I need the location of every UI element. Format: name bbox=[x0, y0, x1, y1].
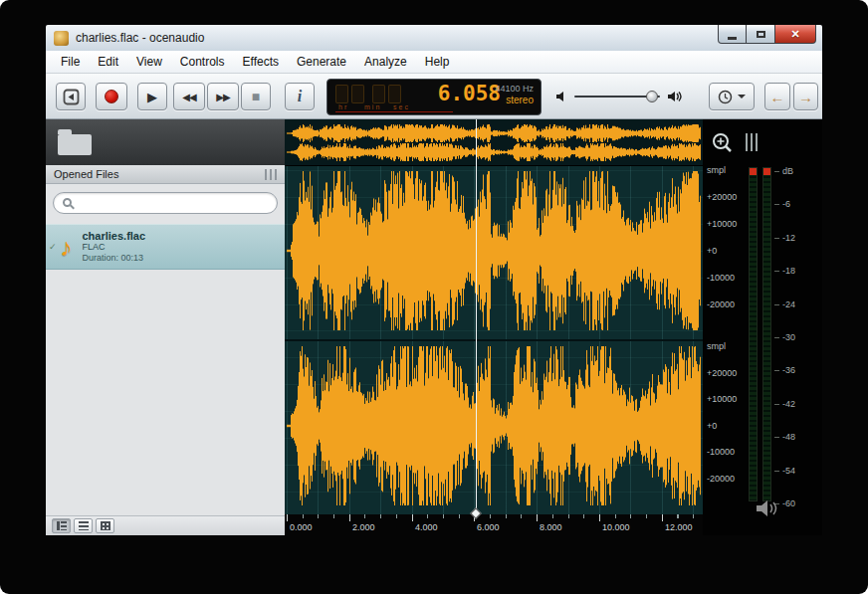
close-button[interactable]: ✕ bbox=[774, 25, 816, 44]
maximize-icon bbox=[757, 31, 765, 38]
file-list-item[interactable]: ✓ ♪ charlies.flac FLAC Duration: 00:13 bbox=[46, 224, 285, 270]
timeline-label: 4.000 bbox=[415, 522, 438, 532]
fast-forward-button[interactable]: ▶▶ bbox=[207, 83, 239, 110]
ghost-digit bbox=[372, 85, 385, 103]
info-button[interactable]: i bbox=[285, 83, 315, 110]
file-duration: Duration: 00:13 bbox=[83, 253, 146, 264]
detail-view-icon bbox=[57, 521, 67, 530]
meter-bar-right bbox=[762, 167, 771, 501]
zoom-icon[interactable] bbox=[711, 131, 735, 155]
meter-bar-left bbox=[749, 167, 758, 501]
opened-files-panel-title: Opened Files bbox=[46, 165, 285, 184]
scale-label: -20000 bbox=[707, 299, 735, 309]
level-meters: dB -6 -12 -18 -24 -30 -36 -42 -48 -54 -6… bbox=[745, 119, 822, 535]
ghost-digit bbox=[388, 85, 401, 103]
scale-label: -20000 bbox=[707, 474, 735, 484]
menu-help[interactable]: Help bbox=[416, 51, 459, 73]
time-units-underline bbox=[335, 111, 453, 112]
stop-button[interactable]: ■ bbox=[241, 83, 271, 110]
view-detail-button[interactable] bbox=[52, 518, 71, 533]
ocenaudio-window: charlies.flac - ocenaudio ✕ File Edit Vi… bbox=[0, 0, 868, 594]
menu-controls[interactable]: Controls bbox=[171, 51, 234, 73]
timeline-label: 2.000 bbox=[352, 522, 375, 532]
scale-label: +20000 bbox=[707, 192, 737, 202]
volume-knob[interactable] bbox=[646, 91, 658, 102]
view-grid-button[interactable] bbox=[96, 518, 114, 533]
go-to-start-icon bbox=[63, 89, 80, 105]
search-input[interactable] bbox=[79, 195, 268, 212]
ghost-digit bbox=[351, 85, 364, 103]
overview-canvas[interactable] bbox=[285, 119, 703, 166]
menu-view[interactable]: View bbox=[127, 51, 171, 73]
play-button[interactable]: ▶ bbox=[137, 83, 167, 110]
view-list-button[interactable] bbox=[74, 518, 93, 533]
toolbar: ▶ ◀◀ ▶▶ ■ i 6.058 44100 Hz stereo hr min… bbox=[46, 74, 822, 119]
timeline-label: 0.000 bbox=[290, 522, 313, 532]
volume-slider[interactable] bbox=[574, 96, 660, 98]
menu-generate[interactable]: Generate bbox=[288, 51, 355, 73]
arrow-left-icon: ← bbox=[770, 89, 785, 105]
timeline-label: 12.000 bbox=[665, 522, 693, 532]
scale-label: +0 bbox=[707, 421, 717, 431]
app-icon bbox=[54, 31, 69, 46]
panel-handle-icon[interactable] bbox=[746, 133, 758, 151]
menu-effects[interactable]: Effects bbox=[234, 51, 288, 73]
timeline-label: 10.000 bbox=[602, 522, 630, 532]
meter-label: -36 bbox=[782, 365, 795, 375]
meter-label: -18 bbox=[782, 266, 795, 276]
scale-label: +10000 bbox=[707, 219, 737, 229]
previous-button[interactable]: ← bbox=[764, 83, 790, 110]
meter-label: -24 bbox=[782, 299, 795, 309]
next-button[interactable]: → bbox=[793, 83, 818, 110]
channel-mode: stereo bbox=[495, 95, 534, 105]
stop-icon: ■ bbox=[252, 89, 260, 104]
time-value: 6.058 bbox=[413, 82, 501, 105]
panel-grip-icon[interactable] bbox=[265, 169, 277, 180]
monitor-speaker-icon[interactable] bbox=[755, 499, 778, 517]
waveform-overview[interactable] bbox=[285, 119, 703, 166]
search-area bbox=[46, 184, 285, 222]
sidebar-header bbox=[46, 119, 285, 165]
rewind-icon: ◀◀ bbox=[182, 92, 195, 102]
maximize-button[interactable] bbox=[747, 25, 774, 44]
timeline-ruler[interactable]: 0.000 2.000 4.000 6.000 8.000 10.000 12.… bbox=[285, 514, 703, 535]
scale-label: smpl bbox=[707, 165, 726, 175]
search-icon bbox=[63, 198, 72, 207]
scale-label: -10000 bbox=[707, 273, 735, 283]
go-to-start-button[interactable] bbox=[56, 83, 86, 110]
speaker-high-icon bbox=[667, 90, 683, 103]
info-icon: i bbox=[298, 88, 302, 105]
sidebar: Opened Files ✓ ♪ charlies.flac FLAC Dura… bbox=[46, 119, 285, 535]
menubar: File Edit View Controls Effects Generate… bbox=[46, 51, 822, 74]
meter-label: -54 bbox=[782, 466, 795, 476]
volume-control bbox=[555, 83, 695, 110]
arrow-right-icon: → bbox=[798, 89, 813, 105]
menu-file[interactable]: File bbox=[52, 51, 89, 73]
play-icon: ▶ bbox=[147, 90, 157, 104]
scale-label: +0 bbox=[707, 246, 717, 256]
search-box bbox=[53, 192, 278, 214]
ghost-digit bbox=[335, 85, 348, 103]
music-note-icon: ♪ bbox=[60, 233, 73, 262]
minimize-button[interactable] bbox=[718, 25, 747, 44]
rewind-button[interactable]: ◀◀ bbox=[173, 83, 205, 110]
clock-icon bbox=[718, 90, 733, 104]
menu-analyze[interactable]: Analyze bbox=[355, 51, 416, 73]
record-button[interactable] bbox=[96, 83, 127, 110]
panel-title-label: Opened Files bbox=[54, 168, 118, 180]
file-format: FLAC bbox=[83, 242, 146, 253]
meter-label: -60 bbox=[782, 498, 795, 508]
chevron-down-icon bbox=[738, 95, 746, 99]
speaker-low-icon bbox=[555, 91, 567, 102]
major-ticks bbox=[287, 514, 701, 521]
meter-label: -30 bbox=[782, 332, 795, 342]
list-view-icon bbox=[79, 521, 89, 530]
channel-separator bbox=[285, 339, 703, 341]
window-title: charlies.flac - ocenaudio bbox=[76, 31, 204, 45]
minimize-icon bbox=[728, 37, 737, 40]
menu-edit[interactable]: Edit bbox=[89, 51, 127, 73]
meter-label: dB bbox=[782, 166, 793, 176]
time-units: hr min sec bbox=[338, 103, 410, 110]
playhead-cursor[interactable] bbox=[476, 119, 477, 514]
time-format-button[interactable] bbox=[709, 83, 755, 110]
